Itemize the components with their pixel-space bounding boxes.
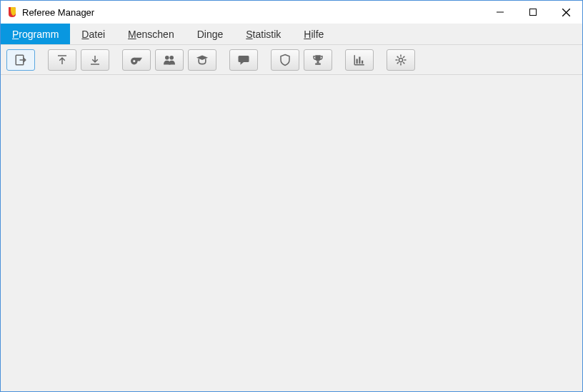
svg-point-9 [165, 56, 169, 60]
settings-button[interactable] [387, 49, 415, 71]
gear-icon [394, 54, 407, 66]
exit-icon [14, 54, 27, 66]
svg-rect-1 [530, 9, 537, 16]
toolbar-separator [262, 49, 271, 70]
window-title: Referee Manager [22, 7, 94, 18]
svg-line-24 [397, 56, 399, 57]
app-icon [6, 6, 18, 18]
toolbar-separator [221, 49, 229, 70]
graduate-icon [195, 54, 209, 66]
trophy-button[interactable] [304, 49, 332, 71]
people-button[interactable] [155, 49, 184, 71]
shield-icon [279, 54, 291, 66]
menu-item-statistik[interactable]: Statistik [234, 24, 292, 44]
svg-point-19 [399, 58, 402, 61]
window-controls [484, 1, 582, 24]
toolbar-separator [114, 49, 122, 70]
toolbar [1, 45, 582, 75]
download-button[interactable] [81, 49, 109, 71]
minimize-button[interactable] [484, 1, 517, 24]
menu-item-menschen[interactable]: Menschen [116, 24, 186, 44]
content-area [1, 75, 582, 391]
svg-rect-11 [239, 56, 249, 62]
whistle-icon [129, 54, 144, 66]
titlebar: Referee Manager [1, 1, 582, 24]
toolbar-separator [39, 49, 48, 70]
menu-item-dinge[interactable]: Dinge [186, 24, 235, 44]
svg-rect-17 [359, 56, 360, 64]
svg-rect-13 [315, 63, 321, 64]
chart-icon [353, 54, 366, 66]
svg-point-8 [133, 60, 135, 62]
exit-button[interactable] [6, 49, 35, 71]
referees-button[interactable] [122, 49, 151, 71]
upload-icon [56, 54, 69, 66]
svg-line-26 [397, 62, 399, 64]
svg-rect-18 [362, 60, 363, 64]
svg-line-27 [403, 56, 404, 57]
svg-rect-12 [317, 61, 319, 63]
upload-button[interactable] [48, 49, 76, 71]
messages-button[interactable] [229, 49, 258, 71]
download-icon [89, 54, 101, 66]
menubar: ProgrammDateiMenschenDingeStatistikHilfe [1, 24, 582, 45]
shield-button[interactable] [271, 49, 299, 71]
message-icon [237, 54, 250, 66]
trainees-button[interactable] [188, 49, 216, 71]
toolbar-separator [337, 49, 345, 70]
trophy-icon [312, 54, 324, 66]
people-icon [162, 54, 176, 66]
svg-point-10 [169, 56, 174, 60]
maximize-button[interactable] [517, 1, 549, 24]
toolbar-separator [378, 49, 387, 70]
statistics-button[interactable] [345, 49, 374, 71]
menu-item-datei[interactable]: Datei [70, 24, 116, 44]
close-button[interactable] [549, 1, 582, 24]
svg-rect-16 [357, 59, 358, 64]
svg-line-25 [403, 62, 404, 64]
menu-item-programm[interactable]: Programm [1, 24, 70, 44]
menu-item-hilfe[interactable]: Hilfe [292, 24, 335, 44]
